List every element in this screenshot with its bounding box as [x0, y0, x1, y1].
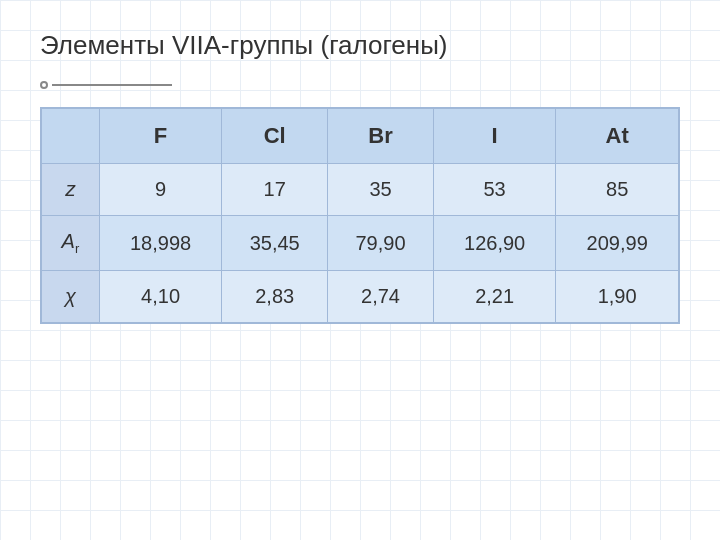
- table-row: z 9 17 35 53 85: [41, 164, 679, 216]
- header-at: At: [556, 108, 679, 164]
- cell-z-at: 85: [556, 164, 679, 216]
- cell-z-br: 35: [328, 164, 434, 216]
- header-empty: [41, 108, 99, 164]
- title-decoration: [40, 81, 172, 89]
- header-f: F: [99, 108, 221, 164]
- table-header-row: F Cl Br I At: [41, 108, 679, 164]
- table-row: Ar 18,998 35,45 79,90 126,90 209,99: [41, 216, 679, 271]
- cell-ar-i: 126,90: [433, 216, 555, 271]
- header-cl: Cl: [222, 108, 328, 164]
- elements-table: F Cl Br I At z 9 17 35 53 85 Ar 18,998 3…: [40, 107, 680, 324]
- cell-ar-f: 18,998: [99, 216, 221, 271]
- subscript-r: r: [75, 241, 79, 256]
- page-title: Элементы VIIA-группы (галогены): [40, 30, 448, 61]
- row-label-ar: Ar: [41, 216, 99, 271]
- header-i: I: [433, 108, 555, 164]
- row-label-chi: χ: [41, 271, 99, 324]
- cell-chi-i: 2,21: [433, 271, 555, 324]
- table-row: χ 4,10 2,83 2,74 2,21 1,90: [41, 271, 679, 324]
- decoration-circle: [40, 81, 48, 89]
- cell-ar-br: 79,90: [328, 216, 434, 271]
- header-br: Br: [328, 108, 434, 164]
- cell-chi-at: 1,90: [556, 271, 679, 324]
- cell-chi-br: 2,74: [328, 271, 434, 324]
- cell-z-i: 53: [433, 164, 555, 216]
- cell-chi-f: 4,10: [99, 271, 221, 324]
- cell-ar-cl: 35,45: [222, 216, 328, 271]
- cell-chi-cl: 2,83: [222, 271, 328, 324]
- cell-z-f: 9: [99, 164, 221, 216]
- row-label-z: z: [41, 164, 99, 216]
- decoration-line: [52, 84, 172, 86]
- cell-ar-at: 209,99: [556, 216, 679, 271]
- table-container: F Cl Br I At z 9 17 35 53 85 Ar 18,998 3…: [40, 107, 680, 324]
- cell-z-cl: 17: [222, 164, 328, 216]
